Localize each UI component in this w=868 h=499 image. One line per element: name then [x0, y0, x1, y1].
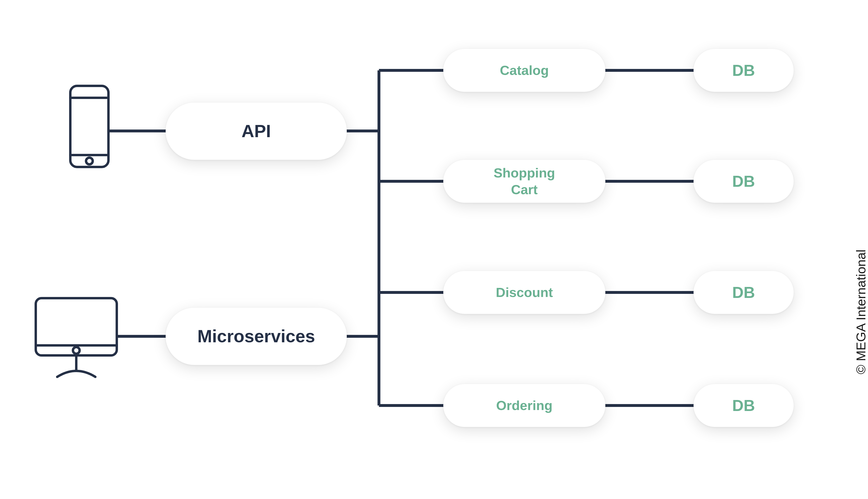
service-label: Discount: [496, 284, 553, 301]
node-microservices: Microservices: [166, 308, 347, 365]
db-catalog: DB: [693, 49, 794, 92]
service-catalog: Catalog: [443, 49, 605, 92]
service-label: Shopping Cart: [494, 165, 555, 198]
node-microservices-label: Microservices: [197, 325, 315, 348]
service-ordering: Ordering: [443, 384, 605, 427]
db-discount: DB: [693, 271, 794, 314]
db-label: DB: [732, 396, 755, 415]
db-shopping-cart: DB: [693, 160, 794, 203]
connector-lines: [24, 29, 798, 458]
db-ordering: DB: [693, 384, 794, 427]
architecture-diagram: API Microservices Catalog DB Shopping Ca…: [24, 29, 798, 458]
node-api-label: API: [241, 120, 271, 143]
db-label: DB: [732, 171, 755, 191]
svg-point-16: [86, 158, 93, 165]
service-label: Ordering: [496, 397, 552, 414]
watermark-text: © MEGA International: [854, 250, 868, 374]
smartphone-icon: [63, 84, 116, 173]
db-label: DB: [732, 61, 755, 81]
db-label: DB: [732, 283, 755, 303]
node-api: API: [166, 102, 347, 160]
service-discount: Discount: [443, 271, 605, 314]
desktop-icon: [31, 293, 122, 382]
svg-point-19: [73, 347, 79, 354]
service-shopping-cart: Shopping Cart: [443, 160, 605, 203]
service-label: Catalog: [500, 62, 549, 79]
